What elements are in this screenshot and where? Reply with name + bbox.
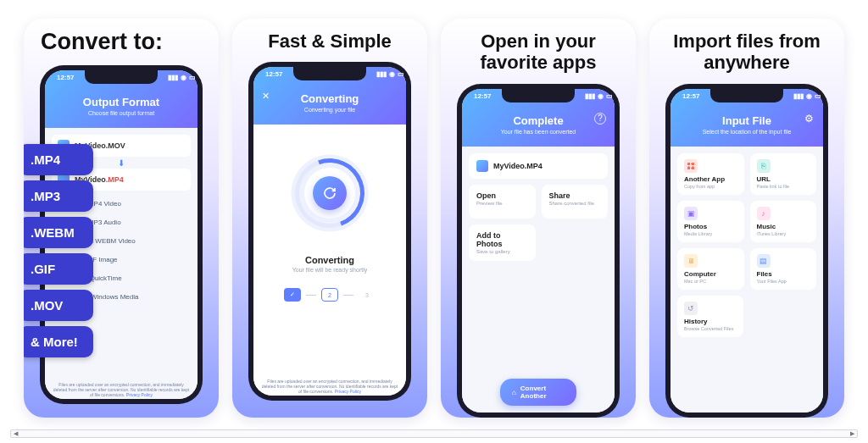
result-file-name: MyVideo.MP4: [493, 162, 542, 170]
phone-mockup: 12:57 ▮▮▮◉▭ ⚙ Input File Select the loca…: [665, 84, 828, 418]
link-icon: ⎘: [757, 159, 771, 173]
signal-icon: ▮▮▮: [585, 92, 595, 100]
screenshot-gallery: Convert to: .MP4 .MP3 .WEBM .GIF .MOV & …: [0, 0, 868, 443]
folder-icon: ▤: [757, 254, 771, 268]
status-time: 12:57: [682, 92, 699, 100]
action-open[interactable]: Open Preview file: [469, 185, 536, 219]
signal-icon: ▮▮▮: [793, 92, 804, 100]
screen-subtitle: Choose file output format: [52, 110, 191, 116]
phone-mockup: 12:57 ▮▮▮◉▭ ✕ Converting Converting your…: [248, 62, 411, 401]
wifi-icon: ◉: [806, 92, 812, 100]
screen-title: Input File: [677, 114, 816, 127]
history-icon: ↺: [684, 302, 698, 315]
tile-url[interactable]: ⎘ URL Paste link to file: [750, 153, 817, 195]
step-2: 2: [321, 288, 338, 302]
status-bar: 12:57 ▮▮▮◉▭: [670, 92, 833, 100]
privacy-link[interactable]: Privacy Policy: [126, 392, 153, 397]
privacy-link[interactable]: Privacy Policy: [335, 389, 361, 394]
gear-icon[interactable]: ⚙: [803, 113, 815, 125]
tile-photos[interactable]: ▣ Photos Media Library: [677, 201, 744, 242]
photo-icon: ▣: [684, 207, 698, 220]
format-pills: .MP4 .MP3 .WEBM .GIF .MOV & More!: [24, 144, 93, 357]
screen-body: MyVideo.MP4 Open Preview file Share Shar…: [462, 147, 615, 413]
battery-icon: ▭: [815, 92, 821, 100]
scroll-left-icon[interactable]: ◀: [14, 430, 18, 437]
battery-icon: ▭: [189, 74, 196, 81]
slide-open-apps: Open in your favorite apps 12:57 ▮▮▮◉▭ ?…: [441, 19, 636, 418]
slide-import-anywhere: Import files from anywhere 12:57 ▮▮▮◉▭ ⚙…: [649, 19, 844, 418]
convert-another-button[interactable]: ⌂ Convert Another: [500, 379, 576, 406]
screen-body: Another App Copy from app ⎘ URL Paste li…: [670, 147, 823, 413]
screen-subtitle: Converting your file: [260, 107, 399, 113]
screen-subtitle: Select the location of the input file: [677, 129, 816, 135]
pill-more: & More!: [24, 326, 93, 357]
headline: Open in your favorite apps: [441, 19, 636, 80]
status-bar: 12:57 ▮▮▮◉▭: [253, 70, 416, 78]
headline: Import files from anywhere: [649, 19, 844, 80]
screen: ⚙ Input File Select the location of the …: [670, 89, 823, 413]
computer-icon: 🖥: [684, 254, 698, 268]
tile-files[interactable]: ▤ Files Your Files App: [750, 248, 817, 290]
spinner: Converting Your file will be ready short…: [260, 131, 399, 302]
headline: Convert to:: [24, 19, 171, 62]
battery-icon: ▭: [606, 92, 613, 100]
grid-icon: [684, 159, 698, 173]
status-time: 12:57: [265, 70, 282, 78]
pill-webm: .WEBM: [24, 217, 93, 248]
music-icon: ♪: [757, 207, 771, 220]
pill-gif: .GIF: [24, 253, 93, 285]
tile-music[interactable]: ♪ Music iTunes Library: [750, 201, 817, 242]
footnote: Files are uploaded over an encrypted con…: [260, 379, 399, 394]
result-file-card[interactable]: MyVideo.MP4: [469, 153, 608, 179]
status-time: 12:57: [474, 92, 491, 100]
footnote: Files are uploaded over an encrypted con…: [52, 382, 191, 397]
battery-icon: ▭: [398, 70, 404, 78]
action-add-photos[interactable]: Add to Photos Save to gallery: [469, 224, 536, 261]
wifi-icon: ◉: [181, 74, 186, 81]
pill-mp3: .MP3: [24, 180, 93, 212]
signal-icon: ▮▮▮: [376, 70, 387, 78]
screen-title: Complete: [469, 114, 608, 127]
converting-sub: Your file will be ready shortly: [292, 267, 367, 273]
screen-body: Converting Your file will be ready short…: [253, 125, 406, 396]
screen: ✕ Converting Converting your file Conver…: [253, 67, 406, 396]
file-icon: [476, 160, 488, 172]
progress-ring: [283, 147, 376, 240]
help-icon[interactable]: ?: [594, 113, 606, 125]
pill-mov: .MOV: [24, 290, 93, 321]
step-3: 3: [359, 288, 376, 302]
pill-mp4: .MP4: [24, 144, 93, 175]
screen-subtitle: Your file has been converted: [469, 129, 608, 135]
converting-label: Converting: [305, 255, 354, 265]
status-time: 12:57: [57, 74, 74, 81]
close-icon[interactable]: ✕: [262, 91, 270, 102]
scroll-right-icon[interactable]: ▶: [850, 430, 854, 437]
horizontal-scrollbar[interactable]: ◀ ▶: [10, 429, 858, 438]
status-bar: 12:57 ▮▮▮◉▭: [462, 92, 625, 100]
wifi-icon: ◉: [598, 92, 604, 100]
phone-mockup: 12:57 ▮▮▮◉▭ ? Complete Your file has bee…: [457, 84, 620, 418]
step-indicator: ✓ 2 3: [284, 288, 376, 302]
signal-icon: ▮▮▮: [168, 74, 178, 81]
step-1: ✓: [284, 288, 301, 302]
slide-fast-simple: Fast & Simple 12:57 ▮▮▮◉▭ ✕ Converting C…: [232, 19, 427, 418]
headline: Fast & Simple: [259, 19, 399, 58]
tile-history[interactable]: ↺ History Browse Converted Files: [677, 296, 743, 337]
home-icon: ⌂: [512, 389, 516, 396]
tile-computer[interactable]: 🖥 Computer Mac or PC: [677, 248, 744, 290]
wifi-icon: ◉: [389, 70, 395, 78]
screen: ? Complete Your file has been converted …: [462, 89, 615, 413]
action-share[interactable]: Share Share converted file: [542, 185, 609, 219]
status-bar: 12:57 ▮▮▮ ◉ ▭: [45, 74, 208, 81]
screen-title: Output Format: [52, 96, 191, 108]
slide-convert-to: Convert to: .MP4 .MP3 .WEBM .GIF .MOV & …: [24, 19, 219, 418]
tile-another-app[interactable]: Another App Copy from app: [677, 153, 744, 195]
screen-title: Converting: [260, 92, 399, 105]
